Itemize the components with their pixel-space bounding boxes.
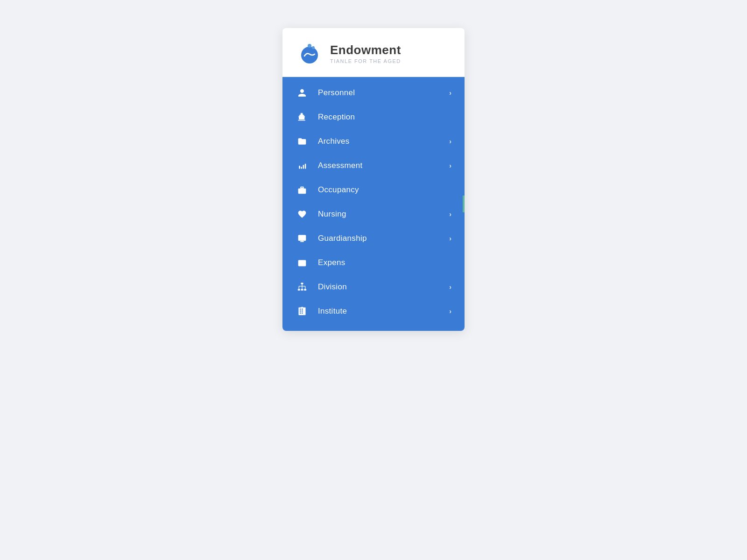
svg-rect-31 (300, 313, 301, 314)
sidebar-item-label: Institute (318, 307, 449, 316)
chevron-right-icon: › (449, 235, 451, 242)
svg-rect-6 (301, 167, 303, 169)
svg-point-1 (308, 44, 311, 48)
chart-icon (296, 161, 309, 170)
header: Endowment TIANLE FOR THE AGED (282, 28, 465, 77)
wallet-icon: ¥ (296, 258, 309, 267)
building-icon (296, 307, 309, 316)
sidebar-item-label: Guardianship (318, 234, 449, 243)
svg-rect-29 (300, 310, 301, 312)
app-logo (297, 41, 322, 65)
svg-rect-27 (300, 308, 301, 310)
sidebar-item-label: Reception (318, 112, 451, 122)
chevron-right-icon: › (449, 162, 451, 169)
svg-rect-28 (302, 308, 303, 310)
sidebar: Personnel › Reception Archives › (282, 77, 465, 331)
svg-rect-15 (303, 262, 304, 264)
sidebar-item-reception[interactable]: Reception (282, 105, 465, 129)
app-subtitle: TIANLE FOR THE AGED (330, 58, 401, 64)
chevron-right-icon: › (449, 210, 451, 218)
sidebar-item-label: Occupancy (318, 185, 451, 195)
sidebar-item-occupancy[interactable]: Occupancy (282, 178, 465, 202)
sidebar-item-guardianship[interactable]: Guardianship › (282, 226, 465, 251)
chevron-right-icon: › (449, 308, 451, 315)
chevron-right-icon: › (449, 138, 451, 145)
svg-rect-18 (298, 289, 300, 290)
svg-rect-5 (299, 166, 300, 169)
sidebar-collapse-toggle[interactable]: ◀ (463, 196, 465, 212)
svg-rect-30 (302, 310, 303, 312)
sidebar-item-label: Expens (318, 258, 451, 267)
sidebar-item-label: Archives (318, 137, 449, 146)
svg-rect-19 (301, 289, 303, 290)
folder-icon (296, 137, 309, 146)
svg-rect-8 (305, 164, 306, 169)
monitor-icon (296, 234, 309, 243)
header-text: Endowment TIANLE FOR THE AGED (330, 43, 401, 64)
briefcase-icon (296, 185, 309, 195)
svg-rect-9 (298, 189, 306, 194)
sidebar-item-label: Division (318, 282, 449, 292)
chevron-right-icon: › (449, 89, 451, 97)
sidebar-item-label: Personnel (318, 88, 449, 98)
chevron-right-icon: › (449, 283, 451, 291)
app-title: Endowment (330, 43, 401, 57)
svg-rect-17 (301, 283, 303, 284)
svg-rect-3 (301, 113, 302, 114)
app-container: Endowment TIANLE FOR THE AGED Personnel … (282, 28, 465, 331)
sidebar-item-label: Nursing (318, 210, 449, 219)
sidebar-item-label: Assessment (318, 161, 449, 170)
svg-text:¥: ¥ (300, 261, 302, 264)
sidebar-item-assessment[interactable]: Assessment › (282, 154, 465, 178)
svg-rect-4 (302, 113, 303, 114)
sidebar-item-nursing[interactable]: Nursing › (282, 202, 465, 226)
org-icon (296, 282, 309, 292)
svg-point-0 (301, 47, 318, 63)
svg-rect-32 (302, 313, 303, 314)
sidebar-item-division[interactable]: Division › (282, 275, 465, 299)
svg-point-2 (312, 46, 315, 49)
sidebar-item-archives[interactable]: Archives › (282, 129, 465, 154)
coffee-icon (296, 112, 309, 122)
person-icon (296, 88, 309, 98)
svg-rect-20 (304, 289, 306, 290)
sidebar-item-personnel[interactable]: Personnel › (282, 81, 465, 105)
sidebar-item-institute[interactable]: Institute › (282, 299, 465, 323)
heart-icon (296, 210, 309, 219)
svg-rect-7 (303, 165, 304, 168)
sidebar-item-expens[interactable]: ¥ Expens (282, 251, 465, 275)
